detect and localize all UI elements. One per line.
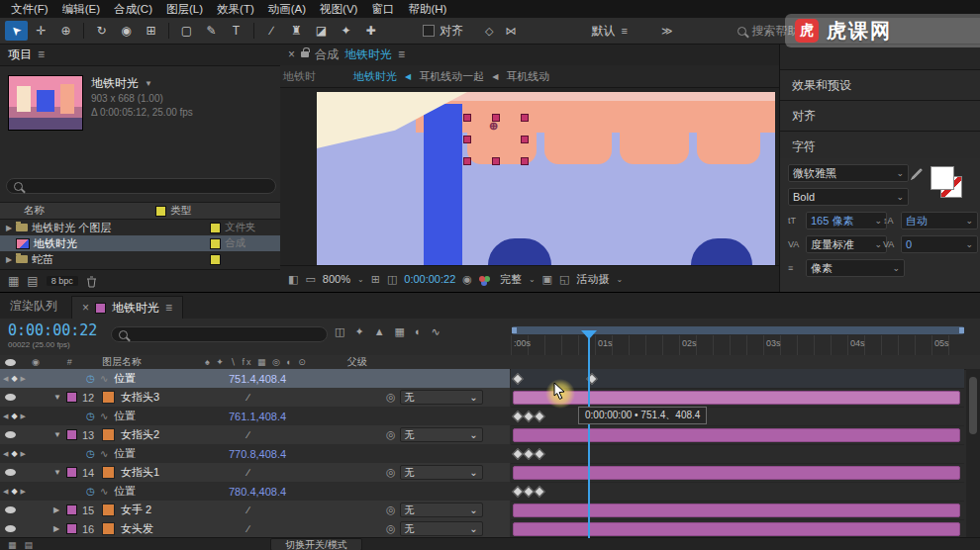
- twirl-icon[interactable]: ▼: [53, 430, 66, 439]
- layer-name[interactable]: 女头发: [121, 521, 238, 536]
- safe-margins-icon[interactable]: ◫: [387, 273, 397, 286]
- bit-depth-button[interactable]: 8 bpc: [47, 276, 78, 286]
- tracking-select[interactable]: 0 ⌄: [901, 235, 978, 253]
- selection-handle[interactable]: [521, 157, 529, 165]
- twirl-icon[interactable]: ▼: [53, 468, 66, 477]
- tab-render-queue[interactable]: 渲染队列: [10, 298, 57, 315]
- keyframe-icon[interactable]: [512, 411, 523, 421]
- keyframe-icon[interactable]: [534, 486, 544, 497]
- layer-name[interactable]: 女指头2: [121, 427, 238, 442]
- layer-row[interactable]: ▼ 14 女指头1 ∕ ◎ 无 ⌄: [0, 463, 510, 483]
- eraser-tool-button[interactable]: ◪: [310, 21, 333, 41]
- kf-add-icon[interactable]: ◆: [11, 374, 17, 383]
- time-ruler[interactable]: :00s 01s 02s 03s 04s 05s: [511, 335, 964, 356]
- selection-handle[interactable]: [463, 136, 471, 143]
- timeline-search-input[interactable]: [111, 326, 328, 342]
- pickwhip-icon[interactable]: ◎: [386, 391, 396, 404]
- kf-add-icon[interactable]: ◆: [11, 487, 17, 496]
- keyframe-icon[interactable]: [512, 448, 523, 459]
- tab-project[interactable]: 项目: [8, 46, 32, 63]
- stopwatch-icon[interactable]: ◷: [86, 448, 100, 459]
- frame-blend-icon[interactable]: ▦: [395, 325, 405, 338]
- track-row-keyframes[interactable]: [511, 369, 964, 389]
- composition-canvas[interactable]: ⊕: [317, 92, 775, 265]
- property-name[interactable]: 位置: [114, 484, 229, 499]
- list-view-icon[interactable]: ▤: [27, 274, 38, 288]
- layer-duration-bar[interactable]: [513, 504, 960, 517]
- track-row-keyframes[interactable]: [511, 444, 964, 464]
- camera-chevron-icon[interactable]: ⌄: [616, 275, 623, 284]
- kf-next-icon[interactable]: ▶: [21, 488, 26, 496]
- pen-tool-button[interactable]: ✎: [200, 21, 223, 41]
- property-row-position[interactable]: ◀ ◆ ▶ ◷ ∿ 位置 770.8,408.4: [0, 444, 510, 464]
- kf-prev-icon[interactable]: ◀: [3, 375, 8, 383]
- column-parent[interactable]: 父级: [347, 355, 367, 369]
- twirl-icon[interactable]: ▶: [6, 224, 12, 232]
- property-row-position[interactable]: ◀ ◆ ▶ ◷ ∿ 位置 761.1,408.4: [0, 407, 510, 426]
- layer-name[interactable]: 女手 2: [121, 503, 238, 517]
- project-selected-comp-name[interactable]: 地铁时光: [91, 75, 139, 92]
- kf-next-icon[interactable]: ▶: [21, 375, 26, 383]
- track-row-bar[interactable]: [511, 501, 964, 520]
- layer-row[interactable]: ▶ 16 女头发 ∕ ◎ 无 ⌄: [0, 519, 510, 539]
- pan-behind-tool-button[interactable]: ⊞: [140, 21, 162, 41]
- kf-next-icon[interactable]: ▶: [21, 412, 26, 420]
- crumb-cut-label[interactable]: 地铁时: [283, 69, 316, 84]
- visibility-eye-icon[interactable]: [5, 525, 16, 532]
- draft3d-icon[interactable]: ✦: [354, 325, 363, 338]
- keyframe-icon[interactable]: [512, 373, 523, 384]
- work-area-bar[interactable]: [512, 326, 964, 334]
- stopwatch-icon[interactable]: ◷: [86, 486, 100, 497]
- property-row-position[interactable]: ◀ ◆ ▶ ◷ ∿ 位置 780.4,408.4: [0, 482, 510, 502]
- font-style-select[interactable]: Bold ⌄: [788, 188, 909, 206]
- mini-flowchart-icon[interactable]: ◫: [335, 325, 344, 338]
- column-type[interactable]: 类型: [170, 204, 191, 218]
- project-search-input[interactable]: [6, 178, 276, 194]
- transparency-grid-icon[interactable]: ◱: [559, 273, 569, 286]
- label-chip[interactable]: [66, 504, 77, 515]
- selection-handle[interactable]: [492, 157, 500, 165]
- lock-icon[interactable]: [301, 51, 309, 57]
- column-layer-name[interactable]: 图层名称: [102, 355, 142, 369]
- current-time-indicator-head[interactable]: [581, 330, 597, 347]
- clone-stamp-tool-button[interactable]: ♜: [285, 21, 308, 41]
- close-tab-icon[interactable]: ×: [288, 47, 295, 61]
- menu-help[interactable]: 帮助(H): [401, 2, 453, 17]
- kf-next-icon[interactable]: ▶: [21, 450, 26, 458]
- snap-options-icon[interactable]: ◇: [485, 25, 493, 38]
- timeline-scrollbar[interactable]: [966, 369, 980, 538]
- camera-menu[interactable]: 活动摄: [576, 272, 609, 287]
- type-tool-button[interactable]: T: [225, 21, 247, 41]
- selection-tool-button[interactable]: ➤: [5, 21, 28, 41]
- overflow-icon[interactable]: ≫: [661, 25, 673, 38]
- magnification-menu[interactable]: 800%: [323, 273, 350, 285]
- twirl-icon[interactable]: ▶: [53, 524, 66, 533]
- property-row-position[interactable]: ◀ ◆ ▶ ◷ ∿ 位置 751.4,408.4: [0, 369, 510, 389]
- property-name[interactable]: 位置: [114, 371, 229, 386]
- parent-select[interactable]: 无 ⌄: [400, 465, 483, 480]
- layer-name[interactable]: 女指头1: [121, 465, 238, 480]
- quality-switch-icon[interactable]: ∕: [247, 467, 249, 478]
- menu-edit[interactable]: 编辑(E): [55, 2, 107, 17]
- graph-editor-icon[interactable]: ∿: [432, 325, 441, 338]
- motion-blur-icon[interactable]: ◐: [415, 325, 422, 338]
- resolution-chevron-icon[interactable]: ⌄: [529, 275, 536, 284]
- puppet-pin-tool-button[interactable]: ✚: [359, 21, 382, 41]
- keyframe-icon[interactable]: [534, 411, 544, 421]
- viewer-timecode[interactable]: 0:00:00:22: [404, 273, 455, 285]
- menu-view[interactable]: 视图(V): [313, 2, 364, 17]
- stopwatch-icon[interactable]: ◷: [86, 411, 100, 421]
- property-name[interactable]: 位置: [114, 446, 229, 461]
- label-chip[interactable]: [66, 467, 77, 478]
- property-value[interactable]: 780.4,408.4: [229, 486, 286, 498]
- label-chip[interactable]: [66, 392, 77, 403]
- pickwhip-icon[interactable]: ◎: [386, 466, 396, 479]
- track-row-bar[interactable]: [511, 425, 964, 445]
- property-value[interactable]: 751.4,408.4: [229, 373, 286, 385]
- keyframe-icon[interactable]: [534, 448, 544, 459]
- layer-row[interactable]: ▶ 15 女手 2 ∕ ◎ 无 ⌄: [0, 501, 510, 520]
- kf-add-icon[interactable]: ◆: [11, 449, 17, 458]
- property-name[interactable]: 位置: [114, 409, 229, 423]
- label-chip[interactable]: [66, 523, 77, 534]
- item-name[interactable]: 地铁时光: [34, 236, 77, 251]
